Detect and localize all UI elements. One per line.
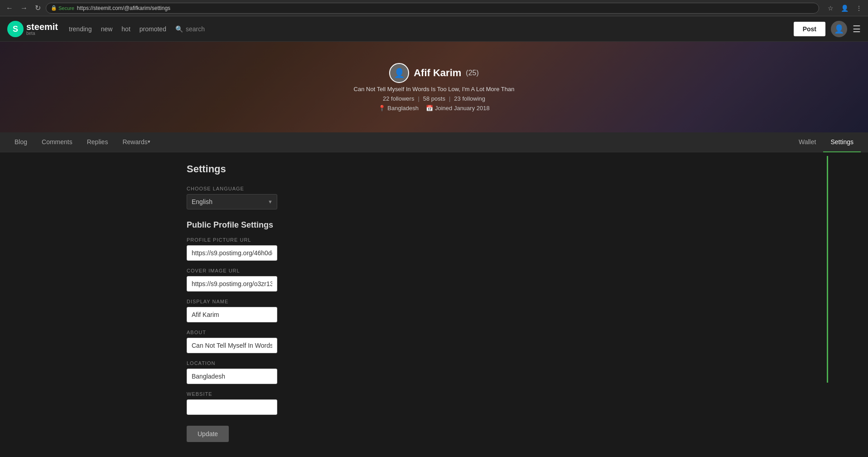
- location-input[interactable]: [187, 369, 277, 384]
- hamburger-menu-button[interactable]: ☰: [853, 24, 861, 34]
- profile-name: Afif Karim: [414, 67, 461, 79]
- logo-text: steemit beta: [26, 22, 58, 36]
- avatar-icon: 👤: [834, 24, 844, 34]
- profile-overlay: 👤 Afif Karim (25) Can Not Tell Myself In…: [0, 42, 868, 132]
- profile-avatar: 👤: [389, 63, 409, 83]
- profile-picture-label: PROFILE PICTURE URL: [187, 237, 772, 243]
- browser-chrome: ← → ↻ 🔒 Secure https://steemit.com/@afif…: [0, 0, 868, 16]
- location-icon: 📍: [378, 105, 386, 112]
- location-label: LOCATION: [187, 360, 772, 366]
- post-button[interactable]: Post: [794, 22, 825, 36]
- secure-badge: 🔒 Secure: [51, 5, 74, 11]
- settings-page-title: Settings: [187, 163, 772, 175]
- nav-hot[interactable]: hot: [121, 25, 130, 33]
- profile-reputation: (25): [466, 69, 478, 77]
- public-profile-heading: Public Profile Settings: [187, 220, 772, 230]
- profile-nav-left: Blog Comments Replies Rewards: [7, 132, 791, 152]
- right-sidebar: [786, 152, 868, 457]
- update-button[interactable]: Update: [187, 426, 229, 442]
- bookmark-button[interactable]: ☆: [825, 4, 836, 13]
- navbar-right: Post 👤 ☰: [794, 21, 861, 37]
- website-label: WEBSITE: [187, 391, 772, 397]
- reload-button[interactable]: ↻: [33, 3, 43, 13]
- display-name-group: DISPLAY NAME: [187, 299, 772, 322]
- nav-links: trending new hot promoted 🔍 search: [69, 25, 794, 33]
- followers-count[interactable]: 22 followers: [383, 95, 414, 102]
- avatar-placeholder-icon: 👤: [394, 68, 405, 78]
- url-bar[interactable]: 🔒 Secure https://steemit.com/@afifkarim/…: [46, 3, 819, 14]
- display-name-label: DISPLAY NAME: [187, 299, 772, 304]
- tab-settings[interactable]: Settings: [823, 132, 861, 152]
- website-group: WEBSITE: [187, 391, 772, 415]
- language-select-wrapper: English Deutsch Español Français 한국어 日本語…: [187, 194, 277, 209]
- location-group: LOCATION: [187, 360, 772, 384]
- back-button[interactable]: ←: [4, 3, 15, 13]
- main-layout: Settings CHOOSE LANGUAGE English Deutsch…: [0, 152, 868, 457]
- website-input[interactable]: [187, 399, 277, 415]
- right-accent-line: [827, 156, 828, 383]
- about-group: ABOUT: [187, 330, 772, 353]
- profile-top: 👤 Afif Karim (25): [389, 63, 479, 83]
- menu-dots-button[interactable]: ⋮: [854, 4, 864, 13]
- display-name-input[interactable]: [187, 307, 277, 322]
- forward-button[interactable]: →: [18, 3, 30, 13]
- profile-picture-group: PROFILE PICTURE URL: [187, 237, 772, 261]
- following-count[interactable]: 23 following: [454, 95, 485, 102]
- profile-header: 👤 Afif Karim (25) Can Not Tell Myself In…: [0, 42, 868, 132]
- user-avatar-button[interactable]: 👤: [831, 21, 847, 37]
- tab-wallet[interactable]: Wallet: [791, 132, 823, 152]
- nav-trending[interactable]: trending: [69, 25, 92, 33]
- profile-picture-input[interactable]: [187, 245, 277, 261]
- extensions-button[interactable]: 👤: [839, 4, 851, 13]
- language-label: CHOOSE LANGUAGE: [187, 186, 772, 191]
- steemit-logo-icon: S: [7, 21, 24, 37]
- tab-rewards[interactable]: Rewards: [115, 132, 157, 152]
- profile-joined: 📅 Joined January 2018: [426, 105, 490, 112]
- language-select[interactable]: English Deutsch Español Français 한국어 日本語…: [187, 194, 277, 209]
- navbar: S steemit beta trending new hot promoted…: [0, 16, 868, 42]
- profile-location: 📍 Bangladesh: [378, 105, 419, 112]
- posts-count[interactable]: 58 posts: [423, 95, 445, 102]
- profile-stats: 22 followers | 58 posts | 23 following: [383, 95, 485, 102]
- search-label: search: [186, 25, 205, 33]
- calendar-icon: 📅: [426, 105, 433, 112]
- tab-comments[interactable]: Comments: [34, 132, 80, 152]
- cover-image-group: COVER IMAGE URL: [187, 268, 772, 292]
- tab-replies[interactable]: Replies: [80, 132, 116, 152]
- nav-new[interactable]: new: [101, 25, 113, 33]
- logo-area[interactable]: S steemit beta: [7, 21, 58, 37]
- cover-image-input[interactable]: [187, 276, 277, 292]
- tab-blog[interactable]: Blog: [7, 132, 34, 152]
- profile-meta: 📍 Bangladesh 📅 Joined January 2018: [378, 105, 489, 112]
- profile-nav-right: Wallet Settings: [791, 132, 861, 152]
- search-area[interactable]: 🔍 search: [175, 25, 205, 33]
- sidebar-left: [0, 152, 172, 457]
- about-label: ABOUT: [187, 330, 772, 335]
- search-icon: 🔍: [175, 25, 183, 33]
- language-group: CHOOSE LANGUAGE English Deutsch Español …: [187, 186, 772, 209]
- svg-text:S: S: [13, 24, 18, 34]
- browser-actions: ☆ 👤 ⋮: [825, 4, 864, 13]
- content-area: Settings CHOOSE LANGUAGE English Deutsch…: [172, 152, 786, 457]
- about-input[interactable]: [187, 338, 277, 353]
- url-text: https://steemit.com/@afifkarim/settings: [77, 5, 170, 11]
- profile-nav: Blog Comments Replies Rewards Wallet Set…: [0, 132, 868, 152]
- nav-promoted[interactable]: promoted: [140, 25, 166, 33]
- cover-image-label: COVER IMAGE URL: [187, 268, 772, 273]
- profile-bio: Can Not Tell Myself In Words Is Too Low,…: [354, 86, 515, 92]
